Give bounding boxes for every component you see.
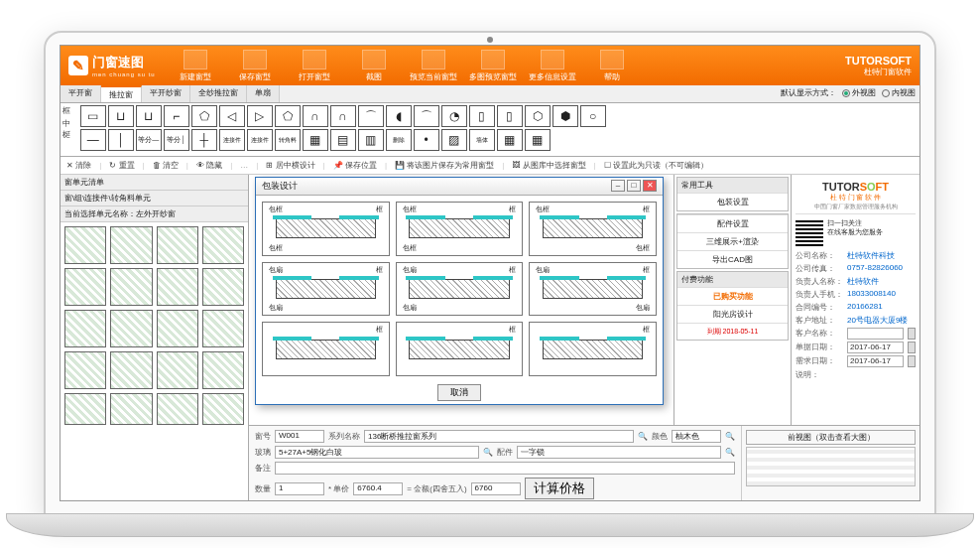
packaging-option[interactable]: 包扇框包扇	[262, 262, 390, 317]
series-input[interactable]: 136断桥推拉窗系列	[364, 430, 634, 443]
shape-quad[interactable]: ◔	[441, 105, 467, 127]
mullion-conn2[interactable]: 连接件	[247, 129, 273, 151]
tool-empty[interactable]: 🗑 清空	[153, 160, 179, 171]
tool-from-library[interactable]: 🖼 从图库中选择窗型	[512, 160, 585, 171]
qty-input[interactable]: 1	[275, 482, 324, 495]
tab-full-screen-sliding[interactable]: 全纱推拉窗	[190, 85, 247, 102]
packaging-option[interactable]: 包扇框包扇	[396, 262, 524, 317]
window-template[interactable]	[202, 393, 244, 425]
dropdown-icon[interactable]	[908, 328, 916, 340]
shape-trap[interactable]: ⬠	[191, 105, 217, 127]
ribbon-screenshot[interactable]: 截图	[346, 50, 402, 82]
shape-arch2[interactable]: ∩	[330, 105, 356, 127]
btn-hardware[interactable]: 配件设置	[677, 214, 788, 232]
mullion-h[interactable]: —	[80, 129, 106, 151]
ribbon-settings[interactable]: 更多信息设置	[525, 50, 580, 82]
packaging-option[interactable]: 框	[262, 322, 390, 376]
mullion-corner[interactable]: 转角料	[275, 129, 301, 151]
window-template[interactable]	[110, 393, 152, 425]
window-template[interactable]	[110, 351, 152, 389]
dropdown-icon[interactable]	[908, 355, 916, 367]
shape-circ[interactable]: ○	[580, 105, 606, 127]
mullion-v[interactable]: │	[108, 129, 134, 151]
packaging-option[interactable]: 框	[529, 322, 657, 376]
shape-penta[interactable]: ⬠	[275, 105, 301, 127]
close-icon[interactable]: ✕	[643, 180, 657, 192]
tool-reset[interactable]: ↻ 重置	[109, 160, 134, 171]
ribbon-new[interactable]: 新建窗型	[168, 50, 223, 82]
window-template[interactable]	[202, 310, 244, 347]
view-inner-radio[interactable]: 内视图	[882, 87, 916, 98]
search-icon[interactable]: 🔍	[725, 448, 735, 457]
tool-readonly[interactable]: ☐ 设置此为只读（不可编辑）	[604, 160, 708, 171]
packaging-option[interactable]: 包框框包框	[396, 202, 524, 256]
mullion-text[interactable]: 删除	[386, 129, 412, 151]
dropdown-icon[interactable]	[908, 342, 916, 353]
customer-name-input[interactable]	[847, 328, 904, 340]
window-template[interactable]	[202, 226, 244, 264]
shape-rect[interactable]: ▭	[80, 105, 106, 127]
window-template[interactable]	[64, 268, 106, 306]
mullion-grid2[interactable]: ▤	[330, 129, 356, 151]
color-input[interactable]: 柚木色	[672, 430, 721, 443]
packaging-option[interactable]: 包框框包框	[529, 202, 657, 256]
shape-lrect[interactable]: ▯	[469, 105, 495, 127]
window-template[interactable]	[110, 226, 152, 264]
ribbon-help[interactable]: 帮助	[584, 50, 640, 82]
window-template[interactable]	[157, 393, 198, 425]
packaging-option[interactable]: 框	[396, 322, 524, 376]
window-template[interactable]	[110, 268, 152, 306]
shape-arch4[interactable]: ⌒	[414, 105, 439, 127]
window-template[interactable]	[64, 226, 106, 264]
shape-u2[interactable]: ⊔	[136, 105, 162, 127]
view-outer-radio[interactable]: 外视图	[842, 87, 876, 98]
window-template[interactable]	[64, 393, 106, 425]
window-template[interactable]	[157, 310, 198, 347]
order-date-input[interactable]: 2017-06-17	[847, 342, 904, 353]
shape-oct[interactable]: ⬢	[552, 105, 578, 127]
window-template[interactable]	[157, 268, 198, 306]
mullion-brick2[interactable]: ▦	[525, 129, 551, 151]
shape-arch[interactable]: ∩	[303, 105, 328, 127]
btn-sunroom[interactable]: 阳光房设计	[677, 305, 788, 323]
mullion-eq-h[interactable]: 等分—	[136, 129, 162, 151]
unit-price-input[interactable]: 6760.4	[353, 482, 403, 495]
parts-input[interactable]: 一字锁	[517, 446, 721, 459]
mullion-grid1[interactable]: ▦	[303, 129, 328, 151]
window-template[interactable]	[64, 351, 106, 389]
window-template[interactable]	[157, 351, 198, 389]
mullion-brick[interactable]: ▦	[497, 129, 523, 151]
minimize-icon[interactable]: –	[611, 180, 625, 192]
mullion-dot[interactable]: •	[414, 129, 439, 151]
search-icon[interactable]: 🔍	[483, 448, 493, 457]
window-template[interactable]	[64, 310, 106, 347]
note-input[interactable]	[275, 462, 735, 475]
shape-arch3[interactable]: ⌒	[358, 105, 384, 127]
window-template[interactable]	[202, 351, 244, 389]
tool-hide[interactable]: 👁 隐藏	[196, 160, 222, 171]
calc-price-button[interactable]: 计算价格	[525, 478, 594, 499]
glass-input[interactable]: 5+27A+5钢化白玻	[275, 446, 479, 459]
search-icon[interactable]: 🔍	[725, 432, 735, 441]
tool-center-design[interactable]: ⊞ 居中横设计	[266, 160, 314, 171]
shape-tri2[interactable]: ▷	[247, 105, 273, 127]
btn-3d-render[interactable]: 三维展示+渲染	[677, 232, 788, 250]
maximize-icon[interactable]: □	[627, 180, 641, 192]
mullion-legend[interactable]: 墙体	[469, 129, 495, 151]
window-no-input[interactable]: W001	[275, 430, 324, 443]
shape-u[interactable]: ⊔	[108, 105, 134, 127]
need-date-input[interactable]: 2017-06-17	[847, 355, 904, 367]
shape-open[interactable]: ⌐	[164, 105, 189, 127]
ribbon-multipreview[interactable]: 多图预览窗型	[465, 50, 521, 82]
shape-hex[interactable]: ⬡	[525, 105, 551, 127]
search-icon[interactable]: 🔍	[638, 432, 648, 441]
shape-tri[interactable]: ◁	[219, 105, 245, 127]
window-template[interactable]	[110, 310, 152, 347]
tool-save-pos[interactable]: 📌 保存位置	[333, 160, 377, 171]
packaging-option[interactable]: 包框框包框	[262, 202, 390, 256]
cancel-button[interactable]: 取消	[437, 384, 481, 401]
mullion-cross[interactable]: ┼	[191, 129, 217, 151]
tool-save-common[interactable]: 💾 将该图片保存为常用窗型	[395, 160, 494, 171]
mullion-eq-v[interactable]: 等分│	[164, 129, 189, 151]
ribbon-open[interactable]: 打开窗型	[287, 50, 342, 82]
